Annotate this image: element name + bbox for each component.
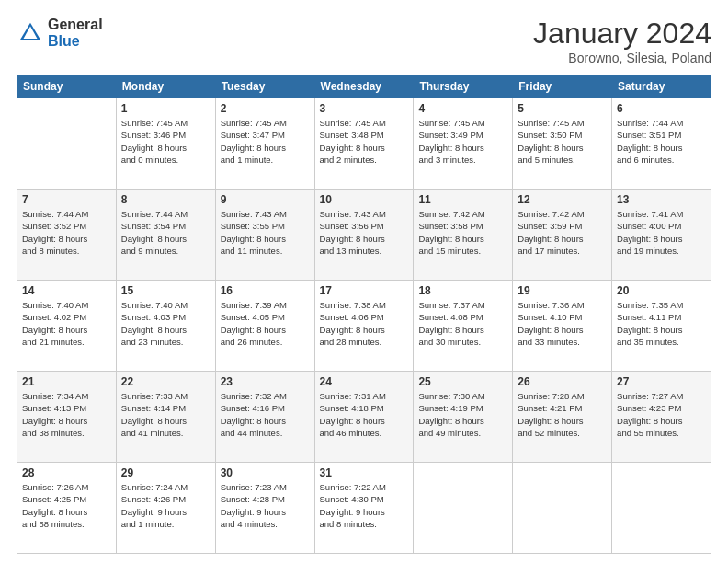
calendar-cell: 17Sunrise: 7:38 AMSunset: 4:06 PMDayligh… (314, 281, 414, 372)
day-info: Sunrise: 7:33 AMSunset: 4:14 PMDaylight:… (121, 390, 210, 439)
calendar-cell: 1Sunrise: 7:45 AMSunset: 3:46 PMDaylight… (116, 98, 215, 190)
calendar-cell: 29Sunrise: 7:24 AMSunset: 4:26 PMDayligh… (116, 463, 215, 554)
day-info: Sunrise: 7:34 AMSunset: 4:13 PMDaylight:… (22, 390, 111, 439)
day-info: Sunrise: 7:42 AMSunset: 3:59 PMDaylight:… (518, 208, 607, 257)
day-number: 26 (518, 375, 607, 388)
calendar-cell: 18Sunrise: 7:37 AMSunset: 4:08 PMDayligh… (414, 281, 513, 372)
day-info: Sunrise: 7:30 AMSunset: 4:19 PMDaylight:… (418, 390, 507, 439)
day-info: Sunrise: 7:43 AMSunset: 3:55 PMDaylight:… (221, 208, 310, 257)
calendar-cell: 20Sunrise: 7:35 AMSunset: 4:11 PMDayligh… (612, 281, 711, 372)
day-info: Sunrise: 7:24 AMSunset: 4:26 PMDaylight:… (121, 481, 210, 530)
calendar-cell (513, 463, 612, 554)
calendar-cell: 8Sunrise: 7:44 AMSunset: 3:54 PMDaylight… (116, 190, 215, 281)
subtitle: Borowno, Silesia, Poland (533, 51, 711, 65)
calendar-cell: 2Sunrise: 7:45 AMSunset: 3:47 PMDaylight… (215, 98, 314, 190)
calendar-cell: 12Sunrise: 7:42 AMSunset: 3:59 PMDayligh… (513, 190, 612, 281)
col-tuesday: Tuesday (215, 75, 314, 98)
day-number: 8 (121, 193, 210, 206)
day-info: Sunrise: 7:36 AMSunset: 4:10 PMDaylight:… (518, 299, 607, 348)
day-number: 31 (320, 466, 409, 479)
logo-general-text: General (48, 17, 103, 33)
calendar-cell: 28Sunrise: 7:26 AMSunset: 4:25 PMDayligh… (17, 463, 117, 554)
day-info: Sunrise: 7:45 AMSunset: 3:48 PMDaylight:… (320, 117, 409, 166)
col-saturday: Saturday (612, 75, 711, 98)
day-info: Sunrise: 7:28 AMSunset: 4:21 PMDaylight:… (518, 390, 607, 439)
col-thursday: Thursday (414, 75, 513, 98)
day-info: Sunrise: 7:45 AMSunset: 3:47 PMDaylight:… (221, 117, 310, 166)
calendar-cell: 7Sunrise: 7:44 AMSunset: 3:52 PMDaylight… (17, 190, 117, 281)
day-number: 4 (418, 102, 507, 115)
day-number: 22 (121, 375, 210, 388)
day-info: Sunrise: 7:41 AMSunset: 4:00 PMDaylight:… (617, 208, 706, 257)
day-info: Sunrise: 7:39 AMSunset: 4:05 PMDaylight:… (221, 299, 310, 348)
day-info: Sunrise: 7:40 AMSunset: 4:03 PMDaylight:… (121, 299, 210, 348)
calendar-week-1: 1Sunrise: 7:45 AMSunset: 3:46 PMDaylight… (17, 98, 711, 190)
calendar-cell: 31Sunrise: 7:22 AMSunset: 4:30 PMDayligh… (314, 463, 414, 554)
calendar-cell: 14Sunrise: 7:40 AMSunset: 4:02 PMDayligh… (17, 281, 117, 372)
day-number: 3 (320, 102, 409, 115)
day-number: 5 (518, 102, 607, 115)
day-number: 7 (22, 193, 111, 206)
calendar: Sunday Monday Tuesday Wednesday Thursday… (17, 75, 711, 554)
day-number: 13 (617, 193, 706, 206)
day-number: 15 (121, 284, 210, 297)
calendar-cell: 11Sunrise: 7:42 AMSunset: 3:58 PMDayligh… (414, 190, 513, 281)
col-monday: Monday (116, 75, 215, 98)
col-wednesday: Wednesday (314, 75, 414, 98)
day-info: Sunrise: 7:44 AMSunset: 3:51 PMDaylight:… (617, 117, 706, 166)
day-info: Sunrise: 7:23 AMSunset: 4:28 PMDaylight:… (221, 481, 310, 530)
day-number: 25 (418, 375, 507, 388)
day-info: Sunrise: 7:37 AMSunset: 4:08 PMDaylight:… (418, 299, 507, 348)
col-sunday: Sunday (17, 75, 117, 98)
calendar-cell: 15Sunrise: 7:40 AMSunset: 4:03 PMDayligh… (116, 281, 215, 372)
calendar-cell: 26Sunrise: 7:28 AMSunset: 4:21 PMDayligh… (513, 372, 612, 463)
day-info: Sunrise: 7:45 AMSunset: 3:49 PMDaylight:… (418, 117, 507, 166)
day-info: Sunrise: 7:43 AMSunset: 3:56 PMDaylight:… (320, 208, 409, 257)
logo-icon (17, 19, 44, 47)
calendar-cell: 30Sunrise: 7:23 AMSunset: 4:28 PMDayligh… (215, 463, 314, 554)
day-info: Sunrise: 7:27 AMSunset: 4:23 PMDaylight:… (617, 390, 706, 439)
calendar-cell: 23Sunrise: 7:32 AMSunset: 4:16 PMDayligh… (215, 372, 314, 463)
day-info: Sunrise: 7:26 AMSunset: 4:25 PMDaylight:… (22, 481, 111, 530)
day-number: 21 (22, 375, 111, 388)
day-number: 27 (617, 375, 706, 388)
logo: General Blue (17, 17, 103, 49)
day-number: 10 (320, 193, 409, 206)
calendar-cell: 3Sunrise: 7:45 AMSunset: 3:48 PMDaylight… (314, 98, 414, 190)
day-info: Sunrise: 7:44 AMSunset: 3:54 PMDaylight:… (121, 208, 210, 257)
day-number: 6 (617, 102, 706, 115)
day-number: 20 (617, 284, 706, 297)
day-info: Sunrise: 7:38 AMSunset: 4:06 PMDaylight:… (320, 299, 409, 348)
calendar-header-row: Sunday Monday Tuesday Wednesday Thursday… (17, 75, 711, 98)
calendar-cell: 13Sunrise: 7:41 AMSunset: 4:00 PMDayligh… (612, 190, 711, 281)
calendar-cell: 9Sunrise: 7:43 AMSunset: 3:55 PMDaylight… (215, 190, 314, 281)
day-number: 2 (221, 102, 310, 115)
calendar-cell: 10Sunrise: 7:43 AMSunset: 3:56 PMDayligh… (314, 190, 414, 281)
day-number: 9 (221, 193, 310, 206)
calendar-cell: 4Sunrise: 7:45 AMSunset: 3:49 PMDaylight… (414, 98, 513, 190)
calendar-week-4: 21Sunrise: 7:34 AMSunset: 4:13 PMDayligh… (17, 372, 711, 463)
logo-blue-text: Blue (48, 33, 103, 50)
day-info: Sunrise: 7:32 AMSunset: 4:16 PMDaylight:… (221, 390, 310, 439)
day-number: 29 (121, 466, 210, 479)
logo-text: General Blue (48, 17, 103, 49)
day-info: Sunrise: 7:42 AMSunset: 3:58 PMDaylight:… (418, 208, 507, 257)
calendar-cell: 21Sunrise: 7:34 AMSunset: 4:13 PMDayligh… (17, 372, 117, 463)
day-info: Sunrise: 7:22 AMSunset: 4:30 PMDaylight:… (320, 481, 409, 530)
day-info: Sunrise: 7:45 AMSunset: 3:46 PMDaylight:… (121, 117, 210, 166)
page: General Blue January 2024 Borowno, Siles… (0, 0, 728, 563)
day-number: 18 (418, 284, 507, 297)
day-number: 23 (221, 375, 310, 388)
day-number: 30 (221, 466, 310, 479)
day-number: 17 (320, 284, 409, 297)
calendar-cell (414, 463, 513, 554)
calendar-week-5: 28Sunrise: 7:26 AMSunset: 4:25 PMDayligh… (17, 463, 711, 554)
day-info: Sunrise: 7:35 AMSunset: 4:11 PMDaylight:… (617, 299, 706, 348)
calendar-cell: 5Sunrise: 7:45 AMSunset: 3:50 PMDaylight… (513, 98, 612, 190)
day-number: 1 (121, 102, 210, 115)
calendar-cell: 19Sunrise: 7:36 AMSunset: 4:10 PMDayligh… (513, 281, 612, 372)
calendar-cell: 16Sunrise: 7:39 AMSunset: 4:05 PMDayligh… (215, 281, 314, 372)
col-friday: Friday (513, 75, 612, 98)
calendar-cell: 25Sunrise: 7:30 AMSunset: 4:19 PMDayligh… (414, 372, 513, 463)
day-number: 24 (320, 375, 409, 388)
